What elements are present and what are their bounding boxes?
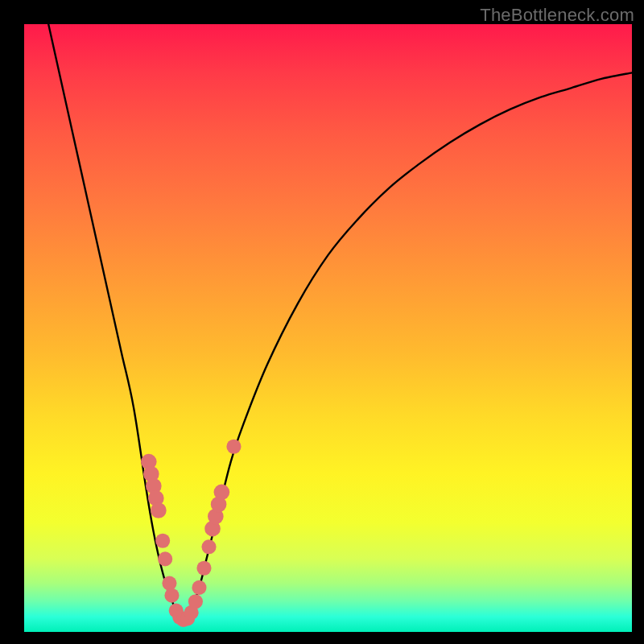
- curve-svg: [24, 24, 632, 632]
- marker-dot: [201, 539, 216, 554]
- marker-dot: [164, 588, 179, 603]
- curve-left: [48, 24, 182, 620]
- marker-dot: [158, 551, 172, 566]
- marker-dot: [214, 485, 230, 501]
- marker-dot: [226, 440, 241, 454]
- chart-stage: TheBottleneck.com: [0, 0, 644, 644]
- marker-dot: [188, 594, 203, 609]
- plot-area: [24, 24, 632, 632]
- curve-right: [182, 72, 632, 620]
- curve-markers: [141, 440, 242, 627]
- watermark-text: TheBottleneck.com: [480, 5, 634, 26]
- marker-dot: [162, 576, 176, 591]
- marker-dot: [151, 502, 167, 518]
- marker-dot: [155, 534, 170, 548]
- marker-dot: [192, 580, 206, 595]
- marker-dot: [196, 561, 211, 576]
